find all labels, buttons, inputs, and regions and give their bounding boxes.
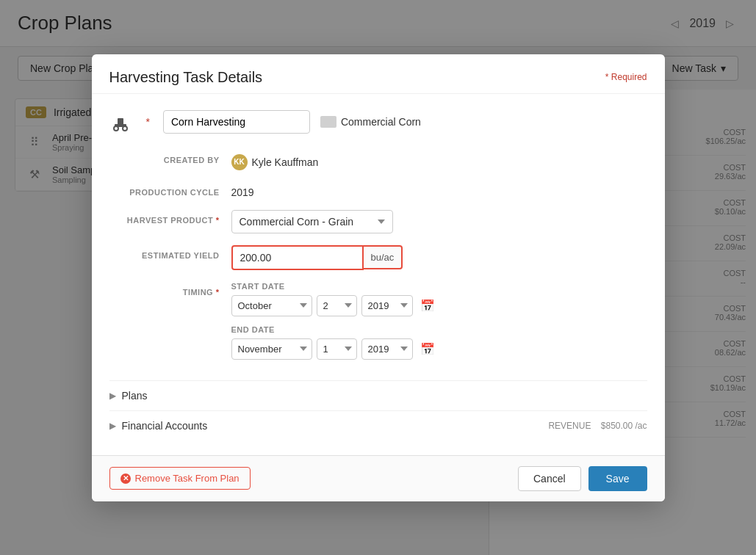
plans-arrow-icon: ▶ <box>109 391 116 401</box>
modal-header: Harvesting Task Details * Required <box>92 54 665 94</box>
yield-input-group: bu/ac <box>231 245 403 270</box>
plans-section[interactable]: ▶ Plans <box>109 380 647 410</box>
required-star: * <box>146 116 150 128</box>
timing-label: TIMING * <box>109 282 220 297</box>
svg-point-2 <box>114 126 118 131</box>
start-date-group: START DATE October JanuaryFebruaryMarch … <box>231 282 438 316</box>
revenue-display: REVENUE $850.00 /ac <box>548 421 647 431</box>
estimated-yield-input[interactable] <box>231 245 364 270</box>
end-year-select[interactable]: 201820192020 <box>361 338 413 360</box>
start-calendar-icon[interactable]: 📅 <box>417 295 438 316</box>
modal-body: * Commercial Corn CREATED BY KK Kyle Kau… <box>92 94 665 455</box>
commodity-field: Commercial Corn <box>320 116 421 128</box>
footer-buttons: Cancel Save <box>518 466 647 491</box>
harvest-product-row: HARVEST PRODUCT * Commercial Corn - Grai… <box>109 210 647 233</box>
timing-row: TIMING * START DATE October JanuaryFebru… <box>109 282 647 369</box>
production-cycle-label: PRODUCTION CYCLE <box>109 182 220 197</box>
page: Crop Plans ◁ 2019 ▷ New Crop Plan New Ta… <box>0 0 756 555</box>
modal-footer: ✕ Remove Task From Plan Cancel Save <box>92 455 665 501</box>
cancel-button[interactable]: Cancel <box>518 466 581 491</box>
end-month-select[interactable]: October November December <box>231 338 312 360</box>
financial-arrow-icon: ▶ <box>109 421 116 431</box>
start-date-inputs: October JanuaryFebruaryMarch AprilMayJun… <box>231 295 438 316</box>
remove-label: Remove Task From Plan <box>135 473 240 484</box>
modal-overlay: Harvesting Task Details * Required <box>0 0 756 555</box>
task-name-input[interactable] <box>163 110 310 134</box>
modal-title: Harvesting Task Details <box>109 69 263 86</box>
end-calendar-icon[interactable]: 📅 <box>417 338 438 359</box>
end-date-group: END DATE October November December 123 <box>231 325 438 360</box>
end-date-inputs: October November December 123 2018201920… <box>231 338 438 360</box>
revenue-value: $850.00 /ac <box>601 421 647 431</box>
remove-from-plan-button[interactable]: ✕ Remove Task From Plan <box>109 467 251 490</box>
avatar: KK <box>231 154 248 170</box>
end-date-label: END DATE <box>231 325 438 334</box>
created-by-value: KK Kyle Kauffman <box>231 150 319 170</box>
harvest-product-select[interactable]: Commercial Corn - Grain <box>231 210 393 233</box>
financial-label: Financial Accounts <box>122 420 208 432</box>
start-year-select[interactable]: 201820192020 <box>361 295 413 316</box>
created-by-label: CREATED BY <box>109 150 220 164</box>
svg-point-3 <box>123 126 127 131</box>
created-by-name: Kyle Kauffman <box>252 156 319 168</box>
start-month-select[interactable]: October JanuaryFebruaryMarch AprilMayJun… <box>231 295 312 316</box>
created-by-row: CREATED BY KK Kyle Kauffman <box>109 150 647 170</box>
estimated-yield-row: ESTIMATED YIELD bu/ac <box>109 245 647 270</box>
task-name-row: * Commercial Corn <box>109 109 647 135</box>
production-cycle-value: 2019 <box>231 182 254 198</box>
timing-fields: START DATE October JanuaryFebruaryMarch … <box>231 282 438 369</box>
remove-icon: ✕ <box>120 474 131 484</box>
svg-rect-1 <box>118 118 123 126</box>
harvesting-task-modal: Harvesting Task Details * Required <box>92 54 665 501</box>
end-day-select[interactable]: 123 <box>317 338 357 360</box>
commodity-icon <box>320 116 336 128</box>
yield-unit: bu/ac <box>364 245 403 269</box>
commodity-name: Commercial Corn <box>341 116 421 128</box>
harvest-product-label: HARVEST PRODUCT * <box>109 210 220 225</box>
harvest-task-icon <box>109 109 136 135</box>
financial-section[interactable]: ▶ Financial Accounts REVENUE $850.00 /ac <box>109 410 647 440</box>
required-indicator: * Required <box>605 72 647 82</box>
start-date-label: START DATE <box>231 282 438 291</box>
production-cycle-row: PRODUCTION CYCLE 2019 <box>109 182 647 198</box>
plans-label: Plans <box>122 390 148 402</box>
start-day-select[interactable]: 123 <box>317 295 357 316</box>
estimated-yield-label: ESTIMATED YIELD <box>109 245 220 260</box>
revenue-label: REVENUE <box>548 421 591 431</box>
save-button[interactable]: Save <box>588 466 647 491</box>
